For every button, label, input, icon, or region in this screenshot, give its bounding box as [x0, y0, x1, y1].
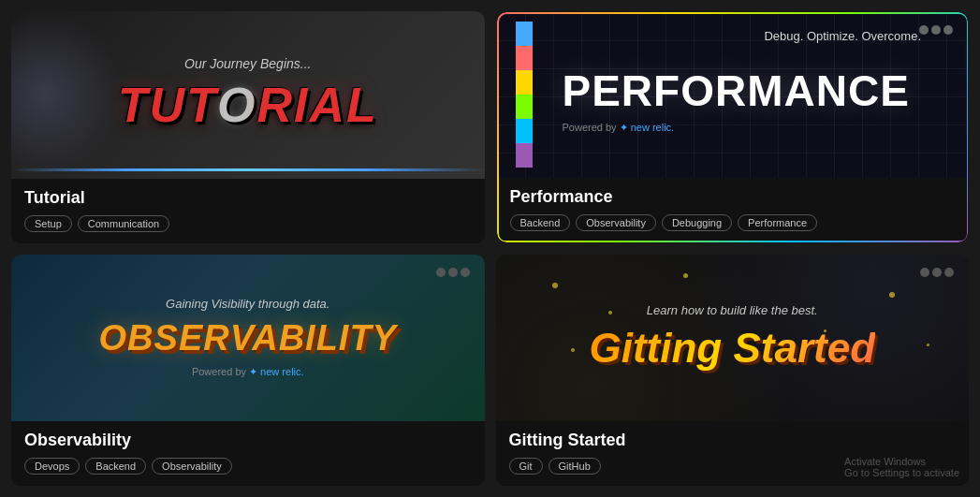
tag-observability2[interactable]: Observability	[152, 458, 232, 475]
tutorial-card[interactable]: Our Journey Begins... TUTORIAL Tutorial …	[11, 11, 485, 243]
tag-backend2[interactable]: Backend	[85, 458, 146, 475]
tag-setup[interactable]: Setup	[24, 215, 72, 232]
tutorial-tags: Setup Communication	[24, 215, 472, 232]
tutorial-title: Tutorial	[24, 188, 472, 208]
tag-backend[interactable]: Backend	[510, 214, 571, 231]
performance-powered: Powered by ✦ new relic.	[563, 122, 675, 134]
tag-communication[interactable]: Communication	[78, 215, 169, 232]
perf-icon	[919, 25, 953, 35]
tag-git[interactable]: Git	[509, 458, 543, 475]
tag-github[interactable]: GitHub	[549, 458, 601, 475]
obs-subtitle: Gaining Visibility through data.	[166, 297, 329, 311]
tutorial-subtitle: Our Journey Begins...	[184, 56, 311, 71]
tag-performance[interactable]: Performance	[738, 214, 817, 231]
tutorial-bottom-line	[11, 168, 485, 171]
observability-tags: Devops Backend Observability	[24, 458, 472, 475]
observability-card[interactable]: Gaining Visibility through data. OBSERVA…	[11, 255, 485, 487]
performance-main-text: PERFORMANCE	[563, 66, 910, 116]
gitting-title: Gitting Started	[509, 431, 957, 450]
obs-main-text: OBSERVABILITY	[99, 318, 397, 358]
gitting-banner: Learn how to build like the best. Gittin…	[496, 255, 970, 422]
performance-card[interactable]: Debug. Optimize. Overcome. PERFORMANCE P…	[496, 11, 970, 243]
performance-tags: Backend Observability Debugging Performa…	[510, 214, 956, 231]
observability-card-info: Observability Devops Backend Observabili…	[11, 421, 485, 486]
performance-title: Performance	[510, 187, 956, 207]
tutorial-main-text: TUTORIAL	[118, 77, 378, 133]
obs-powered: Powered by ✦ new relic.	[192, 366, 304, 378]
observability-banner: Gaining Visibility through data. OBSERVA…	[11, 255, 485, 422]
obs-icon	[436, 268, 470, 277]
performance-subtitle: Debug. Optimize. Overcome.	[764, 29, 921, 43]
observability-title: Observability	[24, 431, 472, 450]
performance-card-info: Performance Backend Observability Debugg…	[497, 178, 969, 242]
tag-debugging[interactable]: Debugging	[662, 214, 732, 231]
git-icon	[920, 268, 954, 277]
watermark: Activate WindowsGo to Settings to activa…	[844, 456, 959, 478]
tag-devops[interactable]: Devops	[24, 458, 80, 475]
performance-banner: Debug. Optimize. Overcome. PERFORMANCE P…	[497, 12, 969, 178]
tutorial-card-info: Tutorial Setup Communication	[11, 179, 485, 243]
tutorial-banner: Our Journey Begins... TUTORIAL	[11, 11, 485, 179]
git-main-text: Gitting Started	[589, 325, 875, 372]
perf-color-bar	[516, 22, 533, 168]
tag-observability[interactable]: Observability	[576, 214, 656, 231]
git-subtitle: Learn how to build like the best.	[647, 303, 818, 317]
gitting-started-card[interactable]: Learn how to build like the best. Gittin…	[496, 255, 970, 487]
